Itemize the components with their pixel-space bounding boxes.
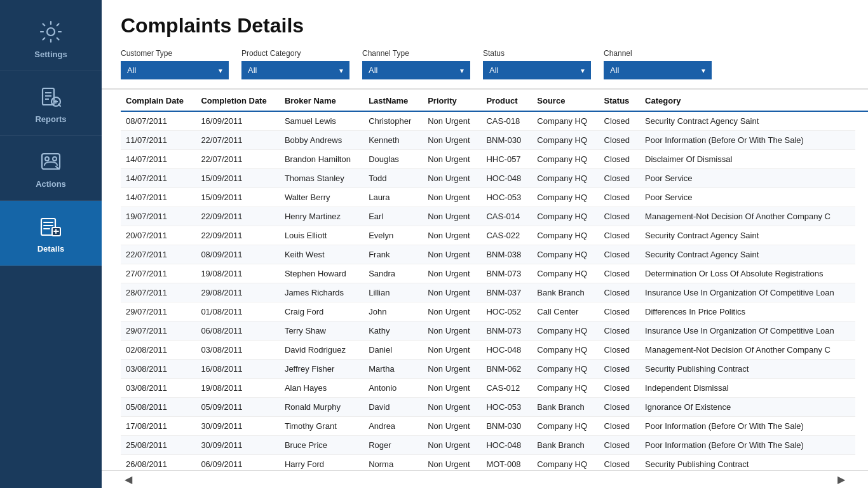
cell-1-1: 22/07/2011	[196, 131, 279, 150]
col-header-complain-date: Complain Date	[121, 90, 196, 111]
col-header-product: Product	[481, 90, 532, 111]
col-header-broker-name: Broker Name	[280, 90, 363, 111]
cell-7-6: Company HQ	[532, 245, 599, 264]
cell-0-3: Christopher	[363, 111, 423, 131]
cell-0-5: CAS-018	[481, 111, 532, 131]
table-row[interactable]: 14/07/201115/09/2011Walter BerryLauraNon…	[121, 188, 868, 207]
scroll-right-arrow[interactable]: ▶	[834, 472, 849, 487]
cell-16-2: Timothy Grant	[280, 417, 363, 436]
scroll-left-arrow[interactable]: ◀	[121, 472, 136, 487]
cell-3-0: 14/07/2011	[121, 169, 196, 188]
cell-5-0: 19/07/2011	[121, 207, 196, 226]
table-row[interactable]: 26/08/201106/09/2011Harry FordNormaNon U…	[121, 455, 868, 471]
table-row[interactable]: 29/07/201106/08/2011Terry ShawKathyNon U…	[121, 322, 868, 341]
cell-3-1: 15/09/2011	[196, 169, 279, 188]
sidebar-item-details[interactable]: Details	[0, 201, 102, 266]
svg-point-5	[53, 157, 57, 161]
cell-8-7: Closed	[599, 264, 640, 283]
cell-9-8: Insurance Use In Organization Of Competi…	[640, 283, 855, 302]
table-row[interactable]: 19/07/201122/09/2011Henry MartinezEarlNo…	[121, 207, 868, 226]
table-row[interactable]: 14/07/201122/07/2011Brandon HamiltonDoug…	[121, 150, 868, 169]
table-header: Complain DateCompletion DateBroker NameL…	[121, 90, 868, 111]
select-wrapper-channel: AllCompany HQBank BranchCall Center	[604, 61, 712, 79]
cell-0-8: Security Contract Agency Saint	[640, 111, 855, 131]
table-row[interactable]: 03/08/201116/08/2011Jeffrey FisherMartha…	[121, 360, 868, 379]
cell-4-3: Laura	[363, 188, 423, 207]
table-row[interactable]: 27/07/201119/08/2011Stephen HowardSandra…	[121, 264, 868, 283]
cell-10-6: Call Center	[532, 302, 599, 322]
table-area[interactable]: Complain DateCompletion DateBroker NameL…	[102, 90, 868, 470]
cell-0-4: Non Urgent	[423, 111, 481, 131]
sidebar-item-actions[interactable]: Actions	[0, 136, 102, 201]
filter-select-channelType[interactable]: AllOnlineOffline	[362, 61, 470, 79]
cell-8-2: Stephen Howard	[280, 264, 363, 283]
cell-14-0: 03/08/2011	[121, 379, 196, 398]
cell-6-0: 20/07/2011	[121, 226, 196, 245]
cell-7-8: Security Contract Agency Saint	[640, 245, 855, 264]
cell-15-1: 05/09/2011	[196, 398, 279, 417]
cell-2-4: Non Urgent	[423, 150, 481, 169]
settings-icon	[37, 18, 65, 46]
cell-7-1: 08/09/2011	[196, 245, 279, 264]
cell-6-7: Closed	[599, 226, 640, 245]
table-row[interactable]: 22/07/201108/09/2011Keith WestFrankNon U…	[121, 245, 868, 264]
cell-2-3: Douglas	[363, 150, 423, 169]
scroll-arrows: ◀ ▶	[102, 470, 868, 488]
cell-14-5: CAS-012	[481, 379, 532, 398]
cell-6-8: Security Contract Agency Saint	[640, 226, 855, 245]
cell-4-8: Poor Service	[640, 188, 855, 207]
complaints-table: Complain DateCompletion DateBroker NameL…	[121, 90, 868, 470]
table-row[interactable]: 14/07/201115/09/2011Thomas StanleyToddNo…	[121, 169, 868, 188]
table-row[interactable]: 05/08/201105/09/2011Ronald MurphyDavidNo…	[121, 398, 868, 417]
cell-12-5: HOC-048	[481, 341, 532, 360]
table-row[interactable]: 17/08/201130/09/2011Timothy GrantAndreaN…	[121, 417, 868, 436]
filter-select-channel[interactable]: AllCompany HQBank BranchCall Center	[604, 61, 712, 79]
select-wrapper-customerType: AllIndividualCorporate	[121, 61, 229, 79]
cell-12-8: Management-Not Decision Of Another Compa…	[640, 341, 855, 360]
table-row[interactable]: 20/07/201122/09/2011Louis ElliottEvelynN…	[121, 226, 868, 245]
filter-group-status: StatusAllOpenClosedPending	[483, 49, 591, 79]
filter-group-productCategory: Product CategoryAllInvestmentInsuranceBa…	[241, 49, 349, 79]
filter-select-status[interactable]: AllOpenClosedPending	[483, 61, 591, 79]
cell-18-3: Norma	[363, 455, 423, 471]
table-row[interactable]: 11/07/201122/07/2011Bobby AndrewsKenneth…	[121, 131, 868, 150]
filter-group-customerType: Customer TypeAllIndividualCorporate	[121, 49, 229, 79]
filter-select-customerType[interactable]: AllIndividualCorporate	[121, 61, 229, 79]
table-row[interactable]: 25/08/201130/09/2011Bruce PriceRogerNon …	[121, 436, 868, 455]
table-row[interactable]: 08/07/201116/09/2011Samuel LewisChristop…	[121, 111, 868, 131]
table-row[interactable]: 29/07/201101/08/2011Craig FordJohnNon Ur…	[121, 302, 868, 322]
filter-group-channel: ChannelAllCompany HQBank BranchCall Cent…	[604, 49, 712, 79]
cell-8-0: 27/07/2011	[121, 264, 196, 283]
cell-10-2: Craig Ford	[280, 302, 363, 322]
cell-4-5: HOC-053	[481, 188, 532, 207]
table-row[interactable]: 28/07/201129/08/2011James RichardsLillia…	[121, 283, 868, 302]
sidebar-item-settings[interactable]: Settings	[0, 6, 102, 71]
cell-17-3: Roger	[363, 436, 423, 455]
cell-6-5: CAS-022	[481, 226, 532, 245]
cell-7-3: Frank	[363, 245, 423, 264]
cell-15-8: Ignorance Of Existence	[640, 398, 855, 417]
cell-10-8: Differences In Price Politics	[640, 302, 855, 322]
cell-13-3: Martha	[363, 360, 423, 379]
col-header-source: Source	[532, 90, 599, 111]
sidebar-item-reports[interactable]: Reports	[0, 71, 102, 136]
table-row[interactable]: 02/08/201103/08/2011David RodriguezDanie…	[121, 341, 868, 360]
sidebar-label-settings: Settings	[34, 50, 67, 59]
filter-select-productCategory[interactable]: AllInvestmentInsuranceBanking	[241, 61, 349, 79]
cell-8-4: Non Urgent	[423, 264, 481, 283]
cell-5-7: Closed	[599, 207, 640, 226]
cell-12-2: David Rodriguez	[280, 341, 363, 360]
table-row[interactable]: 03/08/201119/08/2011Alan HayesAntonioNon…	[121, 379, 868, 398]
cell-7-7: Closed	[599, 245, 640, 264]
cell-11-4: Non Urgent	[423, 322, 481, 341]
cell-12-1: 03/08/2011	[196, 341, 279, 360]
cell-11-6: Company HQ	[532, 322, 599, 341]
cell-15-2: Ronald Murphy	[280, 398, 363, 417]
cell-5-6: Company HQ	[532, 207, 599, 226]
cell-14-2: Alan Hayes	[280, 379, 363, 398]
cell-11-8: Insurance Use In Organization Of Competi…	[640, 322, 855, 341]
cell-10-3: John	[363, 302, 423, 322]
cell-8-6: Company HQ	[532, 264, 599, 283]
cell-17-4: Non Urgent	[423, 436, 481, 455]
filters-row: Customer TypeAllIndividualCorporateProdu…	[102, 44, 868, 90]
